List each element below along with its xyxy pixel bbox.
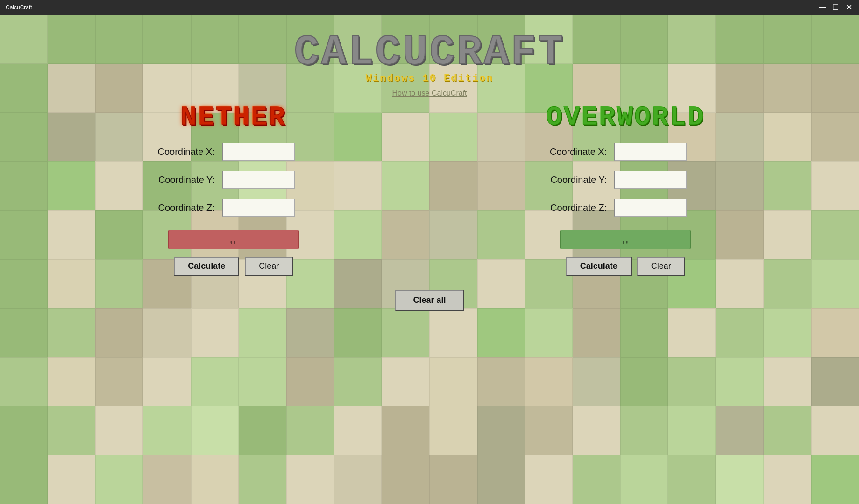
how-to-link[interactable]: How to use CalcuCraft (392, 89, 467, 98)
nether-coord-z-input[interactable] (222, 199, 295, 217)
maximize-button[interactable]: ☐ (831, 4, 840, 11)
header: CALCUCRAFT Windows 10 Edition (294, 29, 565, 84)
nether-coord-y-input[interactable] (222, 171, 295, 189)
overworld-coord-x-row: Coordinate X: (513, 143, 738, 161)
nether-coord-x-label: Coordinate X: (131, 147, 215, 157)
clear-all-container: Clear all (395, 290, 463, 311)
nether-coord-x-input[interactable] (222, 143, 295, 161)
minimize-button[interactable]: — (818, 4, 827, 11)
nether-result-bar: ,, (168, 230, 299, 249)
app-title: CALCUCRAFT (294, 29, 565, 77)
overworld-result-bar: ,, (560, 230, 691, 249)
title-bar: CalcuCraft — ☐ ✕ (0, 0, 859, 15)
overworld-result-text: ,, (622, 234, 629, 245)
app-background: CALCUCRAFT Windows 10 Edition How to use… (0, 15, 859, 504)
nether-calculate-button[interactable]: Calculate (174, 257, 239, 276)
nether-coord-y-label: Coordinate Y: (131, 175, 215, 185)
overworld-btn-row: Calculate Clear (566, 257, 685, 276)
title-bar-text: CalcuCraft (6, 4, 32, 11)
nether-coord-y-row: Coordinate Y: (121, 171, 346, 189)
panels: NETHER Coordinate X: Coordinate Y: Coord… (0, 102, 859, 276)
overworld-panel: OVERWORLD Coordinate X: Coordinate Y: Co… (513, 102, 738, 276)
overworld-coord-z-row: Coordinate Z: (513, 199, 738, 217)
overworld-coord-x-input[interactable] (614, 143, 687, 161)
close-button[interactable]: ✕ (844, 4, 853, 11)
overworld-coord-y-row: Coordinate Y: (513, 171, 738, 189)
overworld-calculate-button[interactable]: Calculate (566, 257, 632, 276)
nether-title: NETHER (180, 102, 286, 133)
nether-coord-x-row: Coordinate X: (121, 143, 346, 161)
nether-coord-z-label: Coordinate Z: (131, 203, 215, 213)
nether-panel: NETHER Coordinate X: Coordinate Y: Coord… (121, 102, 346, 276)
clear-all-button[interactable]: Clear all (395, 290, 463, 311)
nether-btn-row: Calculate Clear (174, 257, 293, 276)
nether-result-text: ,, (230, 234, 237, 245)
overworld-coord-y-input[interactable] (614, 171, 687, 189)
nether-coord-z-row: Coordinate Z: (121, 199, 346, 217)
overworld-title: OVERWORLD (546, 102, 705, 133)
overworld-clear-button[interactable]: Clear (637, 257, 685, 276)
overworld-coord-y-label: Coordinate Y: (523, 175, 607, 185)
edition-text: Windows 10 Edition (366, 73, 494, 84)
overworld-coord-z-input[interactable] (614, 199, 687, 217)
title-bar-controls: — ☐ ✕ (818, 4, 853, 11)
overworld-coord-x-label: Coordinate X: (523, 147, 607, 157)
main-content: CALCUCRAFT Windows 10 Edition How to use… (0, 15, 859, 504)
overworld-coord-z-label: Coordinate Z: (523, 203, 607, 213)
nether-clear-button[interactable]: Clear (245, 257, 293, 276)
